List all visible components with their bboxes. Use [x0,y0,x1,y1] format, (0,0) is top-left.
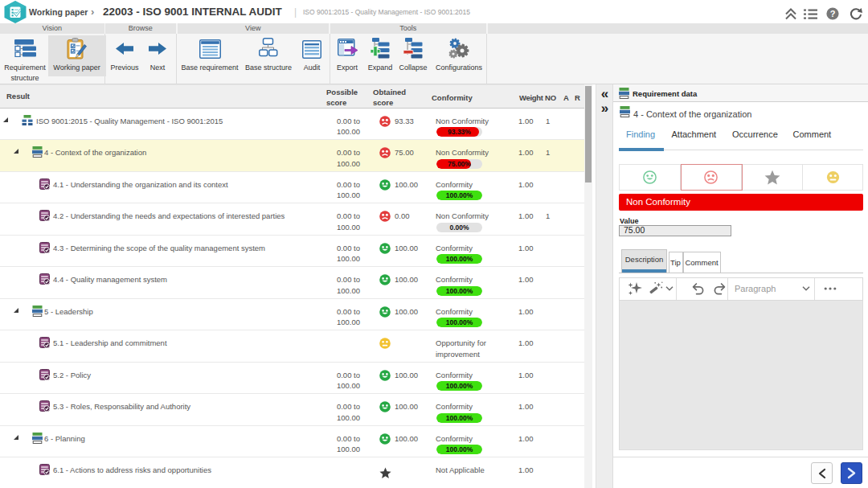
svg-text:?: ? [830,9,836,18]
